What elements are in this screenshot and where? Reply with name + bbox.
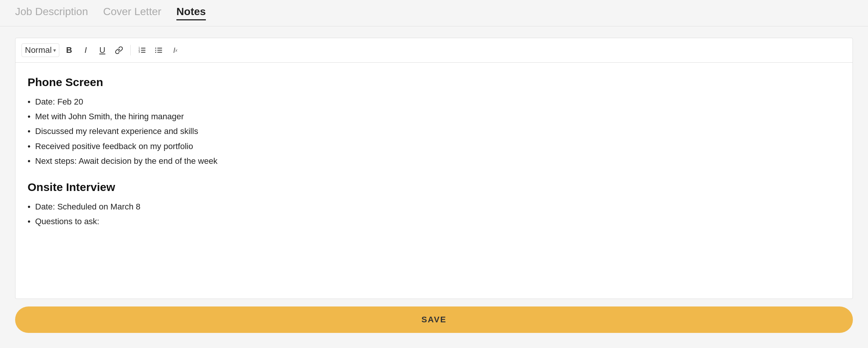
- save-button[interactable]: SAVE: [15, 306, 853, 333]
- toolbar: Normal ▾ B I U 1 2 3: [15, 38, 853, 63]
- chevron-down-icon: ▾: [53, 47, 56, 53]
- section-phone-screen: Phone Screen Date: Feb 20 Met with John …: [28, 73, 840, 168]
- editor-body[interactable]: Phone Screen Date: Feb 20 Met with John …: [15, 63, 853, 299]
- ordered-list-button[interactable]: 1 2 3: [135, 43, 149, 57]
- list-item: Questions to ask:: [28, 215, 840, 228]
- tabs-bar: Job Description Cover Letter Notes: [0, 0, 868, 26]
- list-item: Discussed my relevant experience and ski…: [28, 125, 840, 138]
- list-item: Met with John Smith, the hiring manager: [28, 110, 840, 123]
- clear-format-button[interactable]: Ix: [168, 43, 182, 57]
- svg-point-11: [155, 52, 156, 53]
- italic-button[interactable]: I: [79, 43, 93, 57]
- phone-screen-bullets: Date: Feb 20 Met with John Smith, the hi…: [28, 95, 840, 168]
- tab-cover-letter[interactable]: Cover Letter: [103, 6, 161, 20]
- unordered-list-button[interactable]: [152, 43, 165, 57]
- format-select-value: Normal: [25, 45, 52, 55]
- bold-button[interactable]: B: [62, 43, 76, 57]
- list-item: Date: Scheduled on March 8: [28, 200, 840, 213]
- tab-notes[interactable]: Notes: [176, 6, 206, 20]
- svg-text:3: 3: [139, 51, 140, 53]
- list-item: Received positive feedback on my portfol…: [28, 140, 840, 153]
- main-content: Normal ▾ B I U 1 2 3: [0, 26, 868, 348]
- editor-container: Normal ▾ B I U 1 2 3: [15, 38, 853, 299]
- section-onsite-interview: Onsite Interview Date: Scheduled on Marc…: [28, 178, 840, 228]
- toolbar-divider-1: [130, 45, 131, 55]
- onsite-interview-bullets: Date: Scheduled on March 8 Questions to …: [28, 200, 840, 228]
- list-item: Next steps: Await decision by the end of…: [28, 154, 840, 168]
- tab-job-description[interactable]: Job Description: [15, 6, 88, 20]
- section-heading-phone-screen: Phone Screen: [28, 73, 840, 91]
- link-button[interactable]: [112, 43, 126, 57]
- section-heading-onsite-interview: Onsite Interview: [28, 178, 840, 196]
- svg-point-10: [155, 50, 156, 51]
- list-item: Date: Feb 20: [28, 95, 840, 108]
- underline-button[interactable]: U: [96, 43, 109, 57]
- svg-point-9: [155, 48, 156, 49]
- format-select-wrapper[interactable]: Normal ▾: [22, 43, 59, 57]
